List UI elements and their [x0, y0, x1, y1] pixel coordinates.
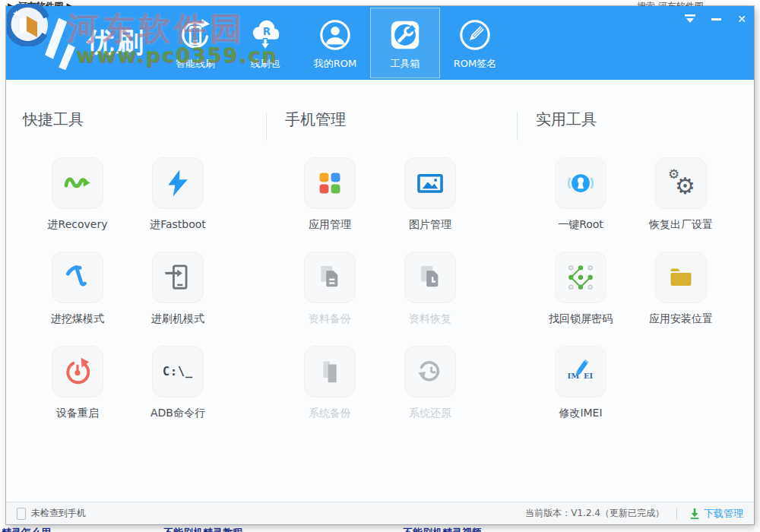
- tool-tile: [52, 252, 103, 303]
- background-page-top-strip: ▶ 河东软件园 ▶ 搜索 河东软件园: [0, 0, 760, 6]
- tool-tile: [304, 157, 356, 209]
- tool-grid: 一键Root ⚙ ⚙ 恢复出厂设置: [530, 157, 754, 440]
- tab-toolbox[interactable]: 工具箱: [370, 8, 440, 78]
- close-button[interactable]: ✕: [733, 11, 751, 27]
- status-bar: 未检查到手机 当前版本：V1.2.4（更新已完成） 下载管理: [6, 502, 754, 524]
- tool-tile: [404, 157, 456, 209]
- svg-text:★: ★: [12, 8, 21, 19]
- tab-my-rom[interactable]: 我的ROM: [300, 8, 370, 78]
- svg-text:R: R: [263, 26, 271, 37]
- tool-tile: [555, 252, 606, 303]
- app-window: 优刷 智能线刷: [6, 6, 754, 524]
- tool-label: 资料恢复: [409, 312, 451, 326]
- tool-tile: [304, 346, 356, 397]
- tab-smart-flash[interactable]: 智能线刷: [160, 8, 230, 78]
- window-controls: ✕: [681, 11, 751, 27]
- section-practical-tools: 实用工具: [517, 109, 754, 440]
- minimize-button[interactable]: [707, 11, 725, 27]
- toolbox-wrench-icon: [388, 17, 423, 52]
- tool-enter-download-mode[interactable]: 进挖煤模式: [27, 252, 128, 346]
- main-nav: 智能线刷 R 线刷包: [160, 8, 510, 78]
- tool-label: 应用管理: [309, 218, 351, 232]
- tool-label: 图片管理: [409, 218, 451, 232]
- phone-status-icon: [17, 508, 26, 520]
- download-manager-label: 下载管理: [704, 507, 743, 521]
- tool-recover-lock-password[interactable]: 找回锁屏密码: [530, 252, 631, 346]
- doc-restore-icon: [416, 263, 445, 292]
- tool-tile: [404, 346, 456, 397]
- background-link: 不能刷机精灵教程: [163, 526, 242, 532]
- section-title: 手机管理: [285, 109, 517, 130]
- tool-app-install-location[interactable]: 应用安装位置: [631, 252, 731, 346]
- pattern-lock-icon: [566, 263, 595, 292]
- minimize-icon: [711, 18, 721, 21]
- watermark-site-logo-icon: ★: [7, 4, 49, 46]
- tool-app-management[interactable]: 应用管理: [280, 157, 380, 252]
- tab-label: 我的ROM: [314, 57, 356, 71]
- tool-tile: [404, 252, 456, 303]
- section-phone-management: 手机管理 应用管理: [266, 109, 517, 440]
- toolbox-panel: 快捷工具 进Recovery: [6, 80, 754, 502]
- tool-tile: [655, 252, 707, 303]
- tool-tile: [304, 252, 356, 303]
- tool-picture-management[interactable]: 图片管理: [380, 157, 480, 252]
- background-link: 精灵怎么用: [2, 526, 51, 532]
- tool-device-restart[interactable]: 设备重启: [27, 346, 128, 440]
- system-restore-icon: [416, 357, 445, 386]
- user-circle-icon: [318, 17, 353, 52]
- doc-backup-icon: [315, 263, 344, 292]
- tool-factory-reset[interactable]: ⚙ ⚙ 恢复出厂设置: [631, 157, 731, 252]
- desktop-background: ▶ 河东软件园 ▶ 搜索 河东软件园 精灵怎么用 不能刷机精灵教程 不能刷机精灵…: [0, 0, 760, 532]
- folder-icon: [667, 263, 695, 292]
- command-prompt-icon: C:\_: [163, 365, 193, 378]
- background-search-text: 搜索 河东软件园: [637, 0, 704, 6]
- tab-label: 智能线刷: [176, 57, 215, 71]
- skin-menu-button[interactable]: [681, 11, 699, 27]
- tool-tile: [152, 252, 204, 303]
- tool-label: 进挖煤模式: [51, 312, 104, 326]
- tool-label: 进Recovery: [48, 218, 108, 232]
- tool-data-restore: 资料恢复: [380, 252, 480, 346]
- tool-system-backup: 系统备份: [280, 346, 380, 440]
- tool-tile: [52, 157, 103, 209]
- recovery-squiggle-icon: [63, 169, 92, 198]
- section-title: 实用工具: [536, 109, 754, 130]
- app-grid-icon: [315, 169, 344, 198]
- restart-icon: [63, 357, 92, 386]
- lightning-icon: [163, 169, 192, 198]
- tool-data-backup: 资料备份: [280, 252, 380, 346]
- root-keyhole-icon: [566, 169, 595, 198]
- tool-modify-imei[interactable]: IM EI 修改IMEI: [530, 346, 631, 440]
- picture-icon: [416, 169, 445, 198]
- tool-enter-flash-mode[interactable]: 进刷机模式: [128, 252, 228, 346]
- tool-enter-fastboot[interactable]: 进Fastboot: [128, 157, 228, 252]
- tool-label: 应用安装位置: [649, 312, 713, 326]
- download-manager-link[interactable]: 下载管理: [689, 507, 743, 521]
- cloud-rom-icon: R: [248, 17, 283, 52]
- section-quick-tools: 快捷工具 进Recovery: [6, 109, 266, 440]
- pencil-circle-icon: [458, 17, 492, 52]
- app-name: 优刷: [87, 24, 146, 62]
- divider: [676, 508, 677, 519]
- tool-tile: [555, 157, 606, 209]
- background-page-bottom-strip: 精灵怎么用 不能刷机精灵教程 不能刷机精灵视频: [0, 524, 760, 532]
- tab-label: 线刷包: [251, 57, 280, 71]
- tool-one-key-root[interactable]: 一键Root: [530, 157, 631, 252]
- tool-enter-recovery[interactable]: 进Recovery: [27, 157, 128, 252]
- header-bar[interactable]: 优刷 智能线刷: [6, 6, 754, 80]
- tool-system-restore: 系统还原: [380, 346, 480, 440]
- pickaxe-icon: [63, 263, 92, 292]
- tab-label: 工具箱: [391, 57, 420, 71]
- tool-label: 找回锁屏密码: [549, 312, 613, 326]
- tool-label: 资料备份: [309, 312, 351, 326]
- svg-text:EI: EI: [584, 372, 594, 380]
- section-title: 快捷工具: [23, 109, 266, 130]
- tab-rom-sign[interactable]: ROM签名: [440, 8, 510, 78]
- tool-tile: [152, 157, 204, 209]
- tab-flash-package[interactable]: R 线刷包: [230, 8, 300, 78]
- tool-label: 系统还原: [409, 407, 451, 420]
- tool-adb-command-line[interactable]: C:\_ ADB命令行: [128, 346, 228, 440]
- tool-tile: ⚙ ⚙: [655, 157, 707, 209]
- skin-menu-icon: [684, 14, 696, 24]
- tool-label: ADB命令行: [150, 407, 205, 420]
